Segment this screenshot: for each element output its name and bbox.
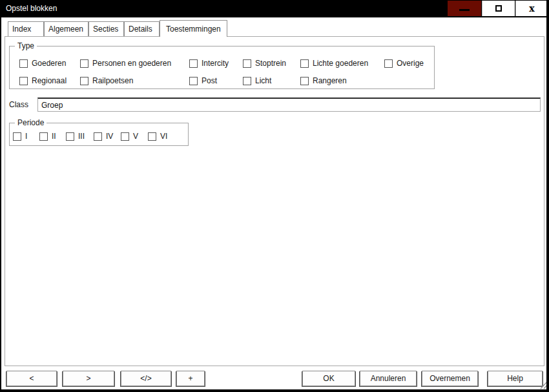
apply-button[interactable]: Overnemen xyxy=(422,371,478,386)
type-group-label: Type xyxy=(15,41,37,50)
checkbox-icon xyxy=(80,77,88,85)
checkbox-icon xyxy=(19,77,28,85)
tab-details[interactable]: Details xyxy=(124,21,160,36)
periode-groupbox: Periode I II III IV V xyxy=(9,123,189,146)
checkbox-icon xyxy=(148,132,156,141)
nav-previous-button[interactable]: < xyxy=(6,371,57,386)
checkbox-goederen[interactable]: Goederen xyxy=(19,58,66,68)
checkbox-periode-vi[interactable]: VI xyxy=(148,131,167,141)
checkbox-icon xyxy=(384,59,393,68)
class-input[interactable] xyxy=(37,98,541,112)
checkbox-rangeren[interactable]: Rangeren xyxy=(300,76,347,86)
checkbox-icon xyxy=(189,77,198,85)
window-border-right[interactable] xyxy=(546,0,549,392)
ok-button[interactable]: OK xyxy=(302,371,355,386)
checkbox-icon xyxy=(243,77,251,85)
checkbox-icon xyxy=(66,132,74,141)
help-button[interactable]: Help xyxy=(488,371,543,386)
checkbox-licht[interactable]: Licht xyxy=(243,76,271,86)
checkbox-periode-iii[interactable]: III xyxy=(66,131,85,141)
maximize-icon xyxy=(495,5,502,12)
checkbox-icon xyxy=(121,132,129,141)
checkbox-icon xyxy=(80,59,88,68)
maximize-button[interactable] xyxy=(482,1,515,16)
close-button[interactable]: x xyxy=(515,1,548,16)
checkbox-periode-v[interactable]: V xyxy=(121,131,138,141)
minimize-button[interactable] xyxy=(448,1,481,16)
checkbox-regionaal[interactable]: Regionaal xyxy=(19,76,67,86)
checkbox-icon xyxy=(19,59,28,68)
window-title: Opstel blokken xyxy=(6,0,57,17)
checkbox-stoptrein[interactable]: Stoptrein xyxy=(243,58,286,68)
class-label: Class xyxy=(9,100,28,109)
checkbox-icon xyxy=(189,59,198,68)
tab-panel-toestemmingen: Type Goederen Personen en goederen Inter… xyxy=(5,36,544,366)
checkbox-lichte-goederen[interactable]: Lichte goederen xyxy=(300,58,368,68)
tab-secties[interactable]: Secties xyxy=(88,21,124,36)
checkbox-personen-en-goederen[interactable]: Personen en goederen xyxy=(80,58,171,68)
tab-algemeen[interactable]: Algemeen xyxy=(44,21,88,36)
minimize-icon xyxy=(459,9,470,11)
cancel-button[interactable]: Annuleren xyxy=(360,371,417,386)
type-groupbox: Type Goederen Personen en goederen Inter… xyxy=(9,46,435,89)
window-border-bottom[interactable] xyxy=(0,389,549,392)
titlebar[interactable]: Opstel blokken x xyxy=(0,0,549,17)
checkbox-periode-i[interactable]: I xyxy=(13,131,27,141)
window-border-left[interactable] xyxy=(0,0,1,392)
nav-first-last-button[interactable]: </> xyxy=(121,371,171,386)
tab-toestemmingen[interactable]: Toestemmingen xyxy=(160,20,227,37)
checkbox-intercity[interactable]: Intercity xyxy=(189,58,229,68)
checkbox-railpoetsen[interactable]: Railpoetsen xyxy=(80,76,133,86)
checkbox-icon xyxy=(300,59,309,68)
checkbox-icon xyxy=(300,77,309,85)
checkbox-icon xyxy=(243,59,251,68)
checkbox-overige[interactable]: Overige xyxy=(384,58,424,68)
checkbox-periode-iv[interactable]: IV xyxy=(94,131,113,141)
checkbox-icon xyxy=(39,132,48,141)
periode-group-label: Periode xyxy=(15,118,47,127)
close-icon: x xyxy=(529,4,534,13)
dialog-window: Opstel blokken x Index Algemeen Secties … xyxy=(0,0,549,392)
checkbox-icon xyxy=(13,132,21,141)
nav-next-button[interactable]: > xyxy=(63,371,114,386)
checkbox-icon xyxy=(94,132,102,141)
checkbox-post[interactable]: Post xyxy=(189,76,217,86)
tab-index[interactable]: Index xyxy=(8,21,44,36)
checkbox-periode-ii[interactable]: II xyxy=(39,131,56,141)
add-button[interactable]: + xyxy=(176,371,205,386)
